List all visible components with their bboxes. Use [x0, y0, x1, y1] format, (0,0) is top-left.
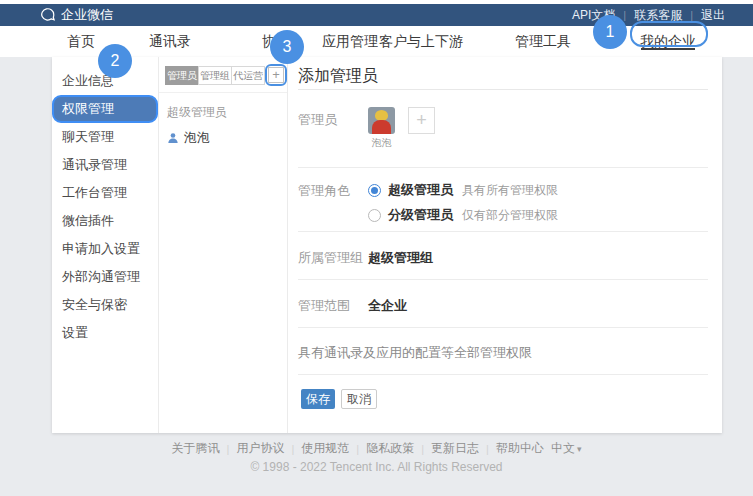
nav-admin-tools[interactable]: 管理工具 [515, 26, 571, 57]
step-number: 3 [283, 38, 292, 56]
step-3-badge: 3 [270, 30, 304, 64]
sidebar: 企业信息 权限管理 聊天管理 通讯录管理 工作台管理 微信插件 申请加入设置 外… [52, 57, 158, 433]
tab-agent-ops[interactable]: 代运营 [231, 66, 265, 85]
screen: 企业微信 API文档 | 联系客服 | 退出 首页 通讯录 协作 应用管理 客户… [0, 0, 753, 496]
footer-user-agreement[interactable]: 用户协议 [236, 440, 284, 457]
separator: | [623, 9, 626, 21]
tab-admin-groups[interactable]: 管理组 [198, 66, 232, 85]
nav-app-management[interactable]: 应用管理 [322, 26, 378, 57]
admin-list-column: 管理员 管理组 代运营 + 超级管理员 泡泡 [158, 57, 288, 433]
add-admin-member-button[interactable]: + [408, 107, 435, 134]
role-label: 管理角色 [298, 182, 350, 200]
cancel-button[interactable]: 取消 [341, 389, 377, 409]
copyright: © 1998 - 2022 Tencent Inc. All Rights Re… [0, 460, 753, 474]
tab-admins[interactable]: 管理员 [165, 66, 199, 85]
sidebar-item-join-settings[interactable]: 申请加入设置 [52, 235, 158, 263]
sidebar-item-workbench-management[interactable]: 工作台管理 [52, 179, 158, 207]
plus-icon: + [416, 110, 427, 130]
sidebar-item-permission-management[interactable]: 权限管理 [52, 95, 158, 123]
footer-help-center[interactable]: 帮助中心 [496, 440, 544, 457]
admin-avatar-name: 泡泡 [368, 136, 395, 150]
note-row: 具有通讯录及应用的配置等全部管理权限 [298, 328, 708, 375]
selected-admin[interactable]: 泡泡 [368, 107, 395, 150]
page-background: 企业信息 权限管理 聊天管理 通讯录管理 工作台管理 微信插件 申请加入设置 外… [0, 57, 753, 496]
topbar-links: API文档 | 联系客服 | 退出 [572, 7, 725, 24]
sidebar-item-security[interactable]: 安全与保密 [52, 291, 158, 319]
separator: | [291, 443, 294, 455]
main-panel: 企业信息 权限管理 聊天管理 通讯录管理 工作台管理 微信插件 申请加入设置 外… [52, 57, 722, 433]
separator: | [227, 443, 230, 455]
radio-super-admin[interactable]: 超级管理员 具有所有管理权限 [368, 181, 558, 199]
topbar: 企业微信 API文档 | 联系客服 | 退出 [0, 4, 753, 26]
admin-row: 管理员 泡泡 + [298, 90, 708, 168]
sidebar-item-wechat-plugin[interactable]: 微信插件 [52, 207, 158, 235]
permission-note: 具有通讯录及应用的配置等全部管理权限 [298, 344, 532, 362]
scope-label: 管理范围 [298, 297, 350, 315]
scope-value: 全企业 [368, 297, 407, 315]
step-number: 1 [606, 23, 615, 41]
radio-unchecked-icon[interactable] [368, 209, 381, 222]
nav-customers[interactable]: 客户与上下游 [379, 26, 463, 57]
admin-label: 管理员 [298, 111, 337, 129]
separator: | [356, 443, 359, 455]
contact-support-link[interactable]: 联系客服 [634, 7, 682, 24]
separator: | [486, 443, 489, 455]
admin-avatar [368, 107, 395, 134]
scope-row: 管理范围 全企业 [298, 280, 708, 328]
footer: 关于腾讯| 用户协议| 使用规范| 隐私政策| 更新日志| 帮助中心 中文▾ ©… [0, 440, 753, 474]
admin-group-field-label: 所属管理组 [298, 249, 363, 267]
radio-sub-admin[interactable]: 分级管理员 仅有部分管理权限 [368, 206, 558, 224]
footer-privacy-policy[interactable]: 隐私政策 [366, 440, 414, 457]
admin-list-header: 管理员 管理组 代运营 + [159, 57, 287, 93]
sidebar-item-chat-management[interactable]: 聊天管理 [52, 123, 158, 151]
chat-bubble-icon [40, 8, 56, 23]
plus-icon: + [272, 67, 280, 82]
admin-member-name: 泡泡 [184, 129, 210, 147]
footer-links: 关于腾讯| 用户协议| 使用规范| 隐私政策| 更新日志| 帮助中心 中文▾ [0, 440, 753, 457]
role-row: 管理角色 超级管理员 具有所有管理权限 分级管理员 仅有部分管理权限 [298, 168, 708, 232]
logout-link[interactable]: 退出 [701, 7, 725, 24]
admin-member-row[interactable]: 泡泡 [159, 121, 287, 147]
logo-text: 企业微信 [61, 6, 113, 24]
sidebar-item-external-comm[interactable]: 外部沟通管理 [52, 263, 158, 291]
admin-list-tabs: 管理员 管理组 代运营 [165, 66, 265, 85]
language-selector[interactable]: 中文▾ [551, 440, 582, 457]
footer-about-tencent[interactable]: 关于腾讯 [172, 440, 220, 457]
step-2-badge: 2 [98, 44, 132, 78]
admin-group-label: 超级管理员 [159, 93, 287, 121]
save-button[interactable]: 保存 [301, 389, 335, 409]
add-admin-form: 添加管理员 管理员 泡泡 + 管理角色 超级管理员 [288, 57, 722, 433]
person-icon [167, 132, 179, 144]
radio-checked-icon[interactable] [368, 184, 381, 197]
add-admin-list-button[interactable]: + [268, 67, 284, 83]
nav-contacts[interactable]: 通讯录 [149, 26, 191, 57]
sidebar-item-settings[interactable]: 设置 [52, 319, 158, 347]
nav-home[interactable]: 首页 [67, 26, 95, 57]
caret-down-icon: ▾ [577, 444, 582, 454]
step-number: 2 [111, 52, 120, 70]
step-1-badge: 1 [593, 15, 627, 49]
logo: 企业微信 [40, 6, 113, 24]
separator: | [421, 443, 424, 455]
admin-group-value: 超级管理组 [368, 249, 433, 267]
admin-group-row: 所属管理组 超级管理组 [298, 232, 708, 280]
nav-my-company[interactable]: 我的企业 [640, 26, 696, 57]
footer-usage-rules[interactable]: 使用规范 [301, 440, 349, 457]
sidebar-item-contacts-management[interactable]: 通讯录管理 [52, 151, 158, 179]
separator: | [690, 9, 693, 21]
buttons-row: 保存 取消 [298, 375, 708, 433]
page-title: 添加管理员 [298, 57, 708, 90]
footer-changelog[interactable]: 更新日志 [431, 440, 479, 457]
